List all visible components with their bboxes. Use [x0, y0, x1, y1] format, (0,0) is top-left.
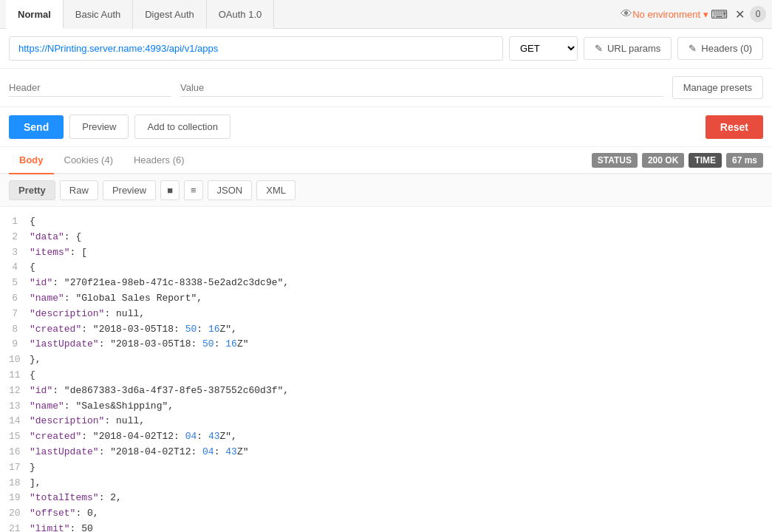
line-number: 8: [9, 322, 30, 338]
tab-headers[interactable]: Headers (6): [123, 147, 195, 174]
time-label: TIME: [689, 153, 722, 168]
line-number: 14: [9, 414, 30, 429]
line-number: 2: [9, 230, 30, 245]
line-number: 3: [9, 245, 30, 261]
eye-icon[interactable]: 👁: [621, 7, 632, 21]
tab-body[interactable]: Body: [9, 147, 54, 174]
code-line: 2 "data": {: [9, 230, 763, 245]
tab-cookies[interactable]: Cookies (4): [54, 147, 123, 174]
format-preview-button[interactable]: Preview: [103, 180, 156, 200]
code-line: 19 "totalItems": 2,: [9, 491, 763, 506]
line-number: 15: [9, 429, 30, 445]
code-line: 18 ],: [9, 476, 763, 491]
line-number: 17: [9, 460, 30, 476]
headers-button[interactable]: ✎ Headers (0): [677, 37, 763, 60]
code-line: 13 "name": "Sales&Shipping",: [9, 399, 763, 415]
env-label: No environment: [632, 9, 700, 20]
url-input[interactable]: [9, 36, 503, 61]
code-line: 8 "created": "2018-03-05T18: 50: 16Z",: [9, 322, 763, 338]
response-tab-bar: Body Cookies (4) Headers (6) STATUS 200 …: [0, 147, 772, 174]
line-number: 4: [9, 260, 30, 276]
code-line: 21 "limit": 50: [9, 522, 763, 532]
header-section: Manage presets: [0, 69, 772, 107]
keyboard-icon[interactable]: ⌨: [708, 4, 729, 24]
status-badges: STATUS 200 OK TIME 67 ms: [592, 153, 763, 168]
line-number: 12: [9, 383, 30, 399]
code-line: 12 "id": "de867383-3d6a-4f37-8fe5-387552…: [9, 383, 763, 399]
time-value: 67 ms: [726, 153, 763, 168]
edit-icon: ✎: [595, 43, 603, 54]
add-to-collection-button[interactable]: Add to collection: [134, 115, 230, 139]
line-number: 16: [9, 445, 30, 460]
wrap-icon-button[interactable]: ≡: [184, 180, 203, 200]
preview-button[interactable]: Preview: [69, 115, 129, 139]
code-line: 20 "offset": 0,: [9, 506, 763, 522]
code-line: 14 "description": null,: [9, 414, 763, 429]
settings-icon[interactable]: ✕: [729, 4, 750, 24]
code-line: 4 {: [9, 260, 763, 276]
code-line: 1{: [9, 214, 763, 230]
value-input[interactable]: [180, 79, 663, 97]
action-bar: Send Preview Add to collection Reset: [0, 107, 772, 147]
code-line: 10 },: [9, 352, 763, 368]
top-tab-bar: Normal Basic Auth Digest Auth OAuth 1.0 …: [0, 0, 772, 29]
line-number: 1: [9, 214, 30, 230]
code-line: 17 }: [9, 460, 763, 476]
pretty-button[interactable]: Pretty: [9, 180, 55, 200]
raw-button[interactable]: Raw: [60, 180, 98, 200]
tab-normal[interactable]: Normal: [6, 0, 64, 29]
tab-digest-auth[interactable]: Digest Auth: [133, 0, 207, 29]
line-number: 9: [9, 337, 30, 352]
reset-button[interactable]: Reset: [706, 115, 763, 139]
tab-oauth[interactable]: OAuth 1.0: [207, 0, 275, 29]
url-bar: GET POST PUT DELETE ✎ URL params ✎ Heade…: [0, 29, 772, 69]
url-params-button[interactable]: ✎ URL params: [584, 37, 672, 60]
json-button[interactable]: JSON: [208, 180, 253, 200]
status-value: 200 OK: [642, 153, 684, 168]
line-number: 13: [9, 399, 30, 415]
chevron-down-icon: ▾: [703, 9, 708, 20]
line-number: 19: [9, 491, 30, 506]
tab-basic-auth[interactable]: Basic Auth: [64, 0, 133, 29]
line-number: 5: [9, 276, 30, 291]
code-line: 7 "description": null,: [9, 307, 763, 322]
code-line: 16 "lastUpdate": "2018-04-02T12: 04: 43Z…: [9, 445, 763, 460]
method-select[interactable]: GET POST PUT DELETE: [509, 36, 578, 61]
code-line: 11 {: [9, 368, 763, 383]
line-number: 11: [9, 368, 30, 383]
format-bar: Pretty Raw Preview ■ ≡ JSON XML: [0, 174, 772, 207]
code-area: 1{2 "data": {3 "items": [4 {5 "id": "270…: [0, 207, 772, 532]
line-number: 10: [9, 352, 30, 368]
line-number: 21: [9, 522, 30, 532]
copy-icon-button[interactable]: ■: [160, 180, 180, 200]
edit-icon2: ✎: [689, 43, 697, 54]
notification-badge: 0: [750, 6, 766, 22]
line-number: 6: [9, 291, 30, 307]
header-input[interactable]: [9, 79, 171, 97]
code-line: 15 "created": "2018-04-02T12: 04: 43Z",: [9, 429, 763, 445]
code-line: 6 "name": "Global Sales Report",: [9, 291, 763, 307]
code-line: 3 "items": [: [9, 245, 763, 261]
line-number: 18: [9, 476, 30, 491]
status-label: STATUS: [592, 153, 638, 168]
line-number: 20: [9, 506, 30, 522]
environment-selector[interactable]: No environment ▾: [632, 9, 708, 20]
code-line: 5 "id": "270f21ea-98eb-471c-8338-5e2ad2c…: [9, 276, 763, 291]
line-number: 7: [9, 307, 30, 322]
send-button[interactable]: Send: [9, 115, 64, 139]
xml-button[interactable]: XML: [256, 180, 296, 200]
code-line: 9 "lastUpdate": "2018-03-05T18: 50: 16Z": [9, 337, 763, 352]
manage-presets-button[interactable]: Manage presets: [672, 76, 763, 99]
